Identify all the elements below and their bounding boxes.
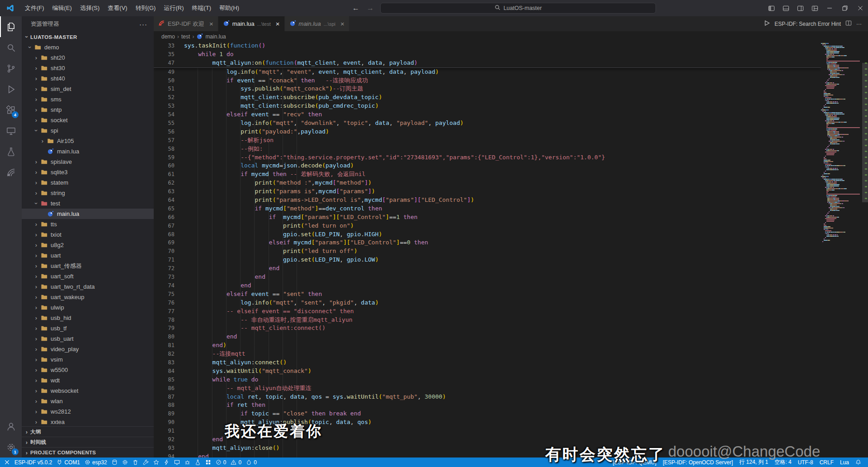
status-errors[interactable]: 0 bbox=[213, 457, 229, 467]
section-PROJECT COMPONENTS[interactable]: ›PROJECT COMPONENTS bbox=[22, 447, 154, 457]
toggle-primary-sidebar-icon[interactable] bbox=[764, 0, 778, 16]
code-line-66[interactable]: 66if mycmd["params"]["LED_Control"]==1 t… bbox=[154, 213, 821, 222]
scrollbar-thumb[interactable] bbox=[862, 63, 868, 202]
code-line-33[interactable]: 33sys.taskInit(function() bbox=[154, 42, 821, 50]
code-line-87[interactable]: 87local ret, topic, data, qos = sys.wait… bbox=[154, 393, 821, 401]
code-line-76[interactable]: 76log.info("mqtt", "sent", "pkgid", data… bbox=[154, 299, 821, 307]
tab-main.lua[interactable]: main.lua...\test× bbox=[218, 16, 285, 31]
tree-folder-u8g2[interactable]: ›u8g2 bbox=[22, 240, 154, 250]
status-build[interactable] bbox=[141, 457, 151, 467]
status-full-clean[interactable] bbox=[130, 457, 141, 467]
status-flash-method[interactable] bbox=[151, 457, 161, 467]
close-icon[interactable]: × bbox=[340, 20, 344, 27]
code-line-88[interactable]: 88if ret then bbox=[154, 401, 821, 410]
tree-folder-txiot[interactable]: ›txiot bbox=[22, 229, 154, 240]
tree-folder-w5500[interactable]: ›w5500 bbox=[22, 365, 154, 375]
code-line-73[interactable]: 73end bbox=[154, 273, 821, 281]
tree-file-main.lua[interactable]: main.lua bbox=[22, 146, 154, 157]
forward-button[interactable]: → bbox=[366, 4, 375, 12]
code-line-63[interactable]: 63print("params is",mycmd["params"]) bbox=[154, 187, 821, 196]
tree-folder-sntp[interactable]: ›sntp bbox=[22, 105, 154, 115]
tree-folder-uart_传感器[interactable]: ›uart_传感器 bbox=[22, 261, 154, 271]
code-line-89[interactable]: 89if topic == "close" then break end bbox=[154, 410, 821, 418]
tree-folder-sms[interactable]: ›sms bbox=[22, 94, 154, 105]
code-line-80[interactable]: 80end bbox=[154, 333, 821, 341]
tree-folder-test[interactable]: ›test bbox=[22, 198, 154, 209]
tree-folder-usb_hid[interactable]: ›usb_hid bbox=[22, 313, 154, 323]
breadcrumb[interactable]: demo›test›main.lua bbox=[154, 31, 868, 42]
status-menuconfig[interactable] bbox=[120, 457, 130, 467]
run-hint-label[interactable]: ESP-IDF: Search Error Hint bbox=[774, 21, 841, 27]
breadcrumb-item-main.lua[interactable]: main.lua bbox=[205, 33, 226, 40]
tree-folder-uart[interactable]: ›uart bbox=[22, 250, 154, 261]
tree-folder-statem[interactable]: ›statem bbox=[22, 177, 154, 188]
customize-layout-icon[interactable] bbox=[807, 0, 822, 16]
close-icon[interactable]: × bbox=[209, 20, 213, 27]
tab-main.lua[interactable]: main.lua...\spi× bbox=[285, 16, 349, 31]
accounts-icon[interactable] bbox=[0, 416, 22, 437]
extensions-icon[interactable]: 4 bbox=[0, 100, 22, 120]
tree-folder-uart_two_rt_data[interactable]: ›uart_two_rt_data bbox=[22, 281, 154, 292]
status-sdkconfig[interactable] bbox=[109, 457, 120, 467]
tab-ESP-IDF 欢迎[interactable]: ESP-IDF 欢迎× bbox=[154, 16, 218, 31]
status-device-target[interactable]: esp32 bbox=[82, 457, 109, 467]
tree-folder-wdt[interactable]: ›wdt bbox=[22, 375, 154, 386]
code-line-77[interactable]: 77-- elseif event == "disconnect" then bbox=[154, 307, 821, 316]
code-line-58[interactable]: 58--例如: bbox=[154, 145, 821, 153]
close-button[interactable] bbox=[853, 0, 868, 16]
status-debug[interactable] bbox=[182, 457, 193, 467]
status-flash[interactable] bbox=[161, 457, 172, 467]
espressif-icon[interactable] bbox=[0, 162, 22, 183]
tree-folder-sqlite3[interactable]: ›sqlite3 bbox=[22, 167, 154, 177]
status-unit-test[interactable] bbox=[193, 457, 203, 467]
tree-folder-xxtea[interactable]: ›xxtea bbox=[22, 417, 154, 426]
code-line-60[interactable]: 60local mycmd=json.decode(payload) bbox=[154, 162, 821, 170]
code-line-78[interactable]: 78-- 非自动重连时,按需重启mqtt_aliyun bbox=[154, 316, 821, 324]
tree-folder-uart_soft[interactable]: ›uart_soft bbox=[22, 271, 154, 281]
code-line-81[interactable]: 81end) bbox=[154, 341, 821, 350]
tree-folder-usb_uart[interactable]: ›usb_uart bbox=[22, 334, 154, 344]
tree-folder-tts[interactable]: ›tts bbox=[22, 219, 154, 229]
code-line-85[interactable]: 85while true do bbox=[154, 376, 821, 384]
menu-查看[interactable]: 查看(V) bbox=[104, 0, 131, 16]
code-line-47[interactable]: 47mqtt_aliyun:on(function(mqtt_client, e… bbox=[154, 59, 821, 67]
menu-编辑[interactable]: 编辑(E) bbox=[48, 0, 76, 16]
tree-folder-spi[interactable]: ›spi bbox=[22, 125, 154, 136]
more-actions-icon[interactable]: ··· bbox=[139, 20, 147, 28]
code-line-50[interactable]: 50if event == "conack" then --连接响应成功 bbox=[154, 76, 821, 85]
minimize-button[interactable] bbox=[822, 0, 837, 16]
breadcrumb-item-test[interactable]: test bbox=[181, 33, 190, 40]
tree-folder-demo[interactable]: ›demo bbox=[22, 42, 154, 52]
back-button[interactable]: ← bbox=[351, 4, 360, 12]
status-monitor[interactable] bbox=[172, 457, 182, 467]
code-line-69[interactable]: 69elseif mycmd["params"]["LED_Control"]=… bbox=[154, 238, 821, 247]
code-line-61[interactable]: 61if mycmd then -- 若解码失败, 会返回nil bbox=[154, 170, 821, 179]
code-line-75[interactable]: 75elseif event == "sent" then bbox=[154, 290, 821, 299]
status-notifications[interactable] bbox=[852, 457, 864, 467]
menu-终端[interactable]: 终端(T) bbox=[188, 0, 215, 16]
tree-folder-wlan[interactable]: ›wlan bbox=[22, 396, 154, 406]
tree-folder-string[interactable]: ›string bbox=[22, 188, 154, 198]
tree-folder-usb_tf[interactable]: ›usb_tf bbox=[22, 323, 154, 334]
code-line-54[interactable]: 54elseif event == "recv" then bbox=[154, 110, 821, 119]
status-espidf-version[interactable]: ESP-IDF v5.0.2 bbox=[12, 457, 54, 467]
code-line-57[interactable]: 57--解析json bbox=[154, 136, 821, 145]
explorer-icon[interactable] bbox=[0, 16, 22, 37]
toggle-secondary-sidebar-icon[interactable] bbox=[793, 0, 807, 16]
status-commands[interactable] bbox=[203, 457, 213, 467]
status-language-mode[interactable]: Lua bbox=[837, 457, 852, 467]
menu-运行[interactable]: 运行(R) bbox=[160, 0, 188, 16]
code-line-52[interactable]: 52mqtt_client:subscribe(pub_devdata_topi… bbox=[154, 93, 821, 102]
menu-帮助[interactable]: 帮助(H) bbox=[215, 0, 243, 16]
tree-folder-socket[interactable]: ›socket bbox=[22, 115, 154, 125]
code-line-35[interactable]: 35while 1 do bbox=[154, 50, 821, 59]
code-line-67[interactable]: 67print("led turn on") bbox=[154, 222, 821, 230]
tree-folder-video_play[interactable]: ›video_play bbox=[22, 344, 154, 354]
tree-folder-sht20[interactable]: ›sht20 bbox=[22, 52, 154, 63]
code-line-59[interactable]: 59--{"method":"thing.service.property.se… bbox=[154, 153, 821, 162]
tree-file-main.lua[interactable]: main.lua bbox=[22, 209, 154, 219]
status-build-flash-monitor[interactable]: 0 bbox=[244, 457, 259, 467]
tree-folder-websocket[interactable]: ›websocket bbox=[22, 386, 154, 396]
code-line-49[interactable]: 49log.info("mqtt", "event", event, mqtt_… bbox=[154, 68, 821, 76]
section-时间线[interactable]: ›时间线 bbox=[22, 437, 154, 447]
